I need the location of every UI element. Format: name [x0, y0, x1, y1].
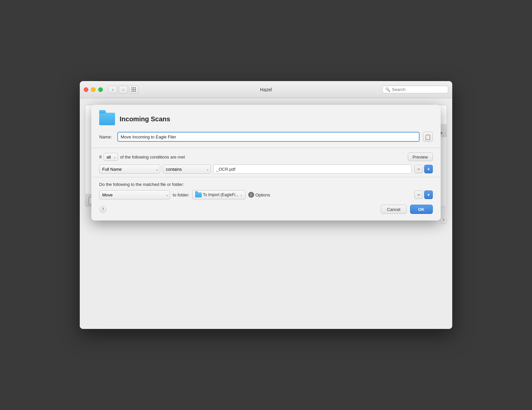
operator-select[interactable]: contains [163, 164, 211, 174]
search-bar[interactable]: 🔍 [382, 86, 448, 93]
action-btn-pair: − + [414, 190, 433, 199]
operator-select-wrapper: contains [163, 164, 211, 174]
field-select[interactable]: Full Name [99, 164, 160, 174]
action-section: Do the following to the matched file or … [99, 177, 433, 199]
to-folder-label: to folder: [173, 192, 190, 197]
field-select-wrapper: Full Name [99, 164, 160, 174]
help-button[interactable]: ? [99, 206, 106, 213]
info-options: i Options [248, 192, 270, 198]
dialog-title: Incoming Scans [120, 115, 170, 123]
title-bar: ‹ › Hazel 🔍 [80, 81, 452, 98]
minimize-button[interactable] [91, 87, 96, 92]
background-content: + − 👁 ⚙ ▼ + − ✏ 🔍 Thro [80, 98, 452, 329]
condition-btn-pair: − + [414, 165, 433, 173]
action-select-wrapper: Move [99, 190, 170, 199]
grid-icon [132, 87, 136, 92]
name-input[interactable] [117, 132, 420, 142]
add-action-button[interactable]: + [424, 190, 433, 199]
condition-row: Full Name contains − + [99, 164, 433, 174]
maximize-button[interactable] [98, 87, 103, 92]
folder-name-text: To Import (EagleFi... [203, 192, 239, 197]
traffic-lights [84, 87, 103, 92]
all-select[interactable]: all [103, 153, 118, 161]
dialog-footer: ? Cancel OK [99, 199, 433, 214]
cancel-button[interactable]: Cancel [381, 205, 406, 214]
preview-button[interactable]: Preview [408, 153, 433, 161]
forward-button[interactable]: › [119, 86, 128, 94]
dialog-overlay: Incoming Scans Name: 📋 If all [80, 98, 452, 329]
conditions-suffix: of the following conditions are met [120, 155, 185, 160]
chevron-down-icon: ⌄ [240, 193, 243, 197]
ok-button[interactable]: OK [410, 205, 433, 214]
search-input[interactable] [392, 87, 445, 92]
name-label: Name: [99, 134, 114, 139]
add-condition-button[interactable]: + [424, 165, 433, 173]
action-row: Move to folder: To Import (EagleFi... ⌄ … [99, 190, 433, 199]
action-select[interactable]: Move [99, 190, 170, 199]
action-label: Do the following to the matched file or … [99, 182, 433, 187]
info-icon[interactable]: i [248, 192, 254, 198]
back-button[interactable]: ‹ [108, 86, 117, 94]
conditions-left: If all of the following conditions are m… [99, 153, 185, 161]
close-button[interactable] [84, 87, 88, 92]
folder-mini-icon [195, 192, 202, 197]
main-window: ‹ › Hazel 🔍 + − 👁 ⚙ [80, 81, 452, 329]
condition-value-input[interactable] [213, 164, 412, 174]
folder-icon [99, 113, 115, 125]
remove-condition-button[interactable]: − [414, 165, 423, 173]
footer-buttons: Cancel OK [381, 205, 433, 214]
search-icon: 🔍 [385, 87, 390, 92]
rule-dialog: Incoming Scans Name: 📋 If all [91, 105, 441, 220]
name-row: Name: 📋 [99, 132, 433, 142]
grid-view-button[interactable] [129, 86, 138, 94]
conditions-header: If all of the following conditions are m… [99, 148, 433, 164]
dialog-header: Incoming Scans [99, 113, 433, 125]
window-title: Hazel [260, 87, 272, 92]
nav-buttons: ‹ › [108, 86, 128, 94]
doc-icon-button[interactable]: 📋 [423, 132, 433, 142]
if-label: If [99, 155, 102, 160]
all-select-wrapper: all [103, 153, 118, 161]
folder-selector[interactable]: To Import (EagleFi... ⌄ [192, 190, 246, 199]
options-text: Options [255, 192, 270, 197]
remove-action-button[interactable]: − [414, 190, 423, 199]
